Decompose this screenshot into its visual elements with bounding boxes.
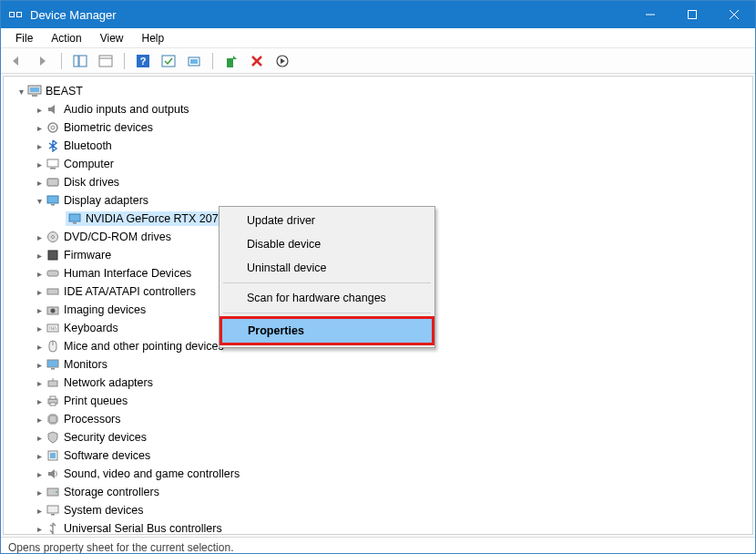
- tree-label: BEAST: [46, 85, 83, 97]
- separator: [223, 313, 431, 313]
- chevron-down-icon[interactable]: ▾: [15, 87, 27, 97]
- help-button[interactable]: ?: [132, 51, 154, 71]
- chevron-right-icon[interactable]: ▸: [33, 342, 46, 352]
- chevron-right-icon[interactable]: ▸: [33, 360, 46, 370]
- chevron-right-icon[interactable]: ▸: [33, 269, 46, 279]
- chevron-right-icon[interactable]: ▸: [33, 232, 46, 242]
- forward-button[interactable]: [32, 51, 54, 71]
- chevron-right-icon[interactable]: ▸: [33, 287, 46, 297]
- svg-rect-23: [47, 196, 58, 203]
- svg-rect-36: [47, 360, 58, 367]
- tree-label: Bluetooth: [64, 139, 112, 152]
- audio-icon: [46, 102, 60, 117]
- tree-label: Network adapters: [64, 376, 153, 389]
- tree-label: IDE ATA/ATAPI controllers: [64, 285, 196, 298]
- chevron-right-icon[interactable]: ▸: [33, 105, 46, 115]
- menu-file[interactable]: File: [6, 30, 42, 46]
- chevron-right-icon[interactable]: ▸: [33, 506, 46, 516]
- chevron-right-icon[interactable]: ▸: [33, 415, 46, 425]
- svg-rect-26: [73, 222, 77, 224]
- software-icon: [46, 448, 60, 463]
- chevron-right-icon[interactable]: ▸: [33, 524, 46, 534]
- cm-scan-hardware[interactable]: Scan for hardware changes: [221, 286, 433, 310]
- back-button[interactable]: [6, 51, 28, 71]
- tree-label: Audio inputs and outputs: [64, 103, 189, 116]
- svg-rect-22: [47, 179, 58, 186]
- uninstall-button[interactable]: [246, 51, 268, 71]
- tree-root-item[interactable]: ▾ BEAST: [11, 82, 749, 100]
- maximize-button[interactable]: [671, 1, 713, 28]
- chevron-right-icon[interactable]: ▸: [33, 159, 46, 169]
- svg-point-46: [56, 491, 57, 493]
- chevron-right-icon[interactable]: ▸: [33, 451, 46, 461]
- tree-category-item[interactable]: ▸ Print queues: [11, 392, 749, 410]
- svg-rect-38: [48, 381, 57, 386]
- dvd-icon: [46, 230, 60, 244]
- svg-rect-7: [99, 56, 112, 67]
- close-button[interactable]: [713, 1, 755, 28]
- action-button[interactable]: [158, 51, 179, 71]
- tree-label: Security devices: [64, 431, 147, 444]
- tree-label: DVD/CD-ROM drives: [64, 231, 171, 243]
- cm-update-driver[interactable]: Update driver: [221, 209, 433, 232]
- svg-rect-41: [50, 403, 56, 405]
- chevron-right-icon[interactable]: ▸: [33, 251, 46, 261]
- svg-rect-2: [10, 13, 14, 16]
- menu-help[interactable]: Help: [133, 30, 174, 46]
- biometric-icon: [46, 120, 60, 135]
- tree-category-item[interactable]: ▸ Sound, video and game controllers: [11, 465, 749, 483]
- tree-category-item[interactable]: ▸ Bluetooth: [11, 137, 749, 155]
- scan-hardware-button[interactable]: [183, 51, 205, 71]
- device-tree[interactable]: ▾ BEAST ▸ Audio inputs and outputs ▸ Bio…: [3, 76, 753, 535]
- svg-point-49: [52, 533, 54, 535]
- tree-category-item[interactable]: ▸ Network adapters: [11, 374, 749, 392]
- tree-category-item[interactable]: ▸ Security devices: [11, 428, 749, 446]
- tree-category-item[interactable]: ▸ Disk drives: [11, 173, 749, 191]
- chevron-right-icon[interactable]: ▸: [33, 323, 46, 333]
- tree-label: Processors: [64, 413, 121, 426]
- svg-rect-16: [30, 87, 39, 92]
- chevron-right-icon[interactable]: ▸: [33, 487, 46, 498]
- chevron-right-icon[interactable]: ▸: [33, 378, 46, 388]
- show-hide-tree-button[interactable]: [69, 51, 91, 71]
- minimize-button[interactable]: [629, 1, 671, 28]
- keyboard-icon: [46, 321, 60, 335]
- chevron-right-icon[interactable]: ▸: [33, 305, 46, 315]
- cm-disable-device[interactable]: Disable device: [221, 232, 433, 256]
- svg-rect-31: [47, 289, 58, 294]
- menu-view[interactable]: View: [91, 30, 133, 46]
- cm-uninstall-device[interactable]: Uninstall device: [221, 256, 433, 280]
- tree-category-item[interactable]: ▸ Software devices: [11, 446, 749, 465]
- menu-action[interactable]: Action: [42, 30, 90, 46]
- chevron-right-icon[interactable]: ▸: [33, 178, 46, 188]
- display-adapter-icon: [46, 193, 60, 208]
- tree-category-item[interactable]: ▸ Biometric devices: [11, 118, 749, 137]
- sound-icon: [46, 467, 60, 481]
- svg-rect-37: [51, 368, 55, 370]
- properties-button[interactable]: [95, 51, 117, 71]
- update-driver-button[interactable]: [220, 51, 242, 71]
- network-icon: [46, 375, 60, 390]
- tree-category-item[interactable]: ▸ Audio inputs and outputs: [11, 100, 749, 118]
- tree-category-item[interactable]: ▸ Universal Serial Bus controllers: [11, 519, 749, 535]
- chevron-right-icon[interactable]: ▸: [33, 433, 46, 443]
- svg-rect-44: [50, 453, 56, 458]
- tree-category-item[interactable]: ▸ Processors: [11, 410, 749, 428]
- tree-category-item[interactable]: ▸ System devices: [11, 501, 749, 519]
- tree-label: Imaging devices: [64, 303, 146, 316]
- chevron-right-icon[interactable]: ▸: [33, 141, 46, 151]
- chevron-right-icon[interactable]: ▸: [33, 123, 46, 133]
- chevron-right-icon[interactable]: ▸: [33, 469, 46, 479]
- tree-label: Monitors: [64, 358, 107, 371]
- svg-rect-6: [79, 56, 87, 67]
- svg-rect-3: [17, 13, 21, 16]
- tree-label: Display adapters: [64, 194, 148, 207]
- tree-category-item[interactable]: ▸ Storage controllers: [11, 483, 749, 501]
- chevron-right-icon[interactable]: ▸: [33, 396, 46, 406]
- chevron-down-icon[interactable]: ▾: [33, 196, 46, 206]
- tree-category-item[interactable]: ▸ Monitors: [11, 355, 749, 374]
- cm-properties[interactable]: Properties: [222, 319, 432, 343]
- bluetooth-icon: [46, 138, 60, 153]
- enable-device-button[interactable]: [271, 51, 293, 71]
- tree-category-item[interactable]: ▸ Computer: [11, 155, 749, 173]
